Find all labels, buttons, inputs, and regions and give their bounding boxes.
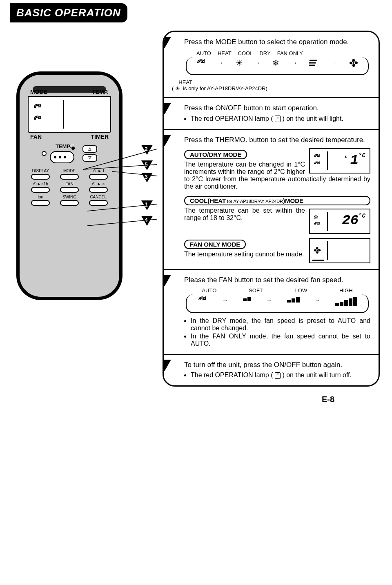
fan-only-lcd [309, 238, 370, 263]
fan-button-label: FAN [57, 182, 82, 186]
mode-label-auto: AUTO [196, 50, 211, 56]
mode-label-dry: DRY [259, 50, 270, 56]
mode-button-label: MODE [57, 169, 82, 173]
fan-icon [313, 246, 321, 256]
operation-lamp-icon: ≡ [275, 372, 281, 379]
callout-2: 2 [141, 145, 153, 155]
auto-icon [313, 221, 321, 230]
svg-point-6 [316, 249, 318, 251]
fan-label-auto: AUTO [202, 287, 216, 294]
auto-icon [33, 114, 42, 126]
lcd-label-mode: MODE [30, 89, 47, 95]
mode-button[interactable] [60, 174, 79, 180]
cancel-button-label: CANCEL [85, 195, 111, 199]
temp-up-button[interactable]: ▵ [82, 145, 97, 153]
step-4-bullet-2: In the FAN ONLY mode, the fan speed cann… [191, 333, 370, 347]
remote-lcd [28, 96, 111, 133]
step-2-bullet: The red OPERATION lamp ( ≡ ) on the unit… [191, 115, 370, 122]
transmit-led-icon [42, 151, 47, 156]
step-5: 5 To turn off the unit, press the ON/OFF… [164, 355, 379, 385]
cool-icon: ❄ [313, 214, 318, 221]
step-4-text: Please the FAN button to set the desired… [184, 276, 370, 284]
auto-dry-mode-tag: AUTO/DRY MODE [184, 150, 247, 159]
onoff-button[interactable] [50, 151, 74, 163]
lcd-label-timer: TIMER [91, 133, 109, 140]
page-title: BASIC OPERATION [16, 7, 121, 19]
page-header: BASIC OPERATION [10, 3, 127, 22]
fan-label-low: LOW [295, 287, 307, 294]
auto-dry-lcd: ▴ 1°C [309, 148, 370, 173]
step-2: 2 Press the ON/OFF button to start opera… [164, 98, 379, 129]
callout-5: 5 [141, 160, 153, 170]
onehour-button[interactable] [31, 187, 50, 193]
step-4-bullet-1: In the DRY mode, the fan speed is preset… [191, 317, 370, 332]
temp-label: TEMP. [56, 143, 74, 149]
auto-icon [313, 160, 321, 169]
step-1-text: Press the MODE button to select the oper… [184, 38, 370, 46]
step-5-text: To turn off the unit, press the ON/OFF b… [184, 360, 370, 369]
timer-off-button-label: ⏲ ► ○ [85, 182, 111, 186]
step-5-bullet: The red OPERATION lamp ( ≡ ) on the unit… [191, 371, 370, 379]
fan-label-soft: SOFT [249, 287, 263, 294]
callout-1: 1 [141, 200, 153, 210]
swing-button-label: SWING [57, 195, 82, 199]
fan-only-mode-tag: FAN ONLY MODE [184, 240, 246, 249]
display-button-label: DISPLAY [28, 169, 53, 173]
step-2-text: Press the ON/OFF button to start operati… [184, 104, 370, 112]
operation-lamp-icon: ≡ [275, 116, 281, 122]
svg-point-5 [353, 62, 354, 64]
step-3-text: Press the THERMO. button to set the desi… [184, 136, 370, 144]
thermometer-icon [72, 144, 74, 149]
cool-heat-mode-tag: COOL(HEAT for AY-AP18DR/AY-AP24DR)MODE [184, 196, 370, 205]
fan-button[interactable] [60, 187, 79, 193]
ion-button-label: ion [28, 195, 53, 199]
remote-button-grid: DISPLAY MODE ⏲ ► I ⏲►○1h FAN ⏲ ► ○ ion S… [28, 169, 111, 206]
onehour-button-label: ⏲►○1h [28, 182, 53, 186]
fan-cycle-diagram: → → → [186, 294, 369, 313]
up-arrow-icon: ▴ [345, 154, 347, 158]
remote-control-diagram: MODE TEMP. [16, 31, 135, 412]
cancel-button[interactable] [89, 200, 108, 206]
auto-icon [197, 294, 207, 305]
fan-icon [349, 57, 359, 68]
step-1: 1 Press the MODE button to select the op… [164, 32, 379, 98]
cool-icon: ❄ [272, 57, 279, 68]
step-3: 3 Press the THERMO. button to set the de… [164, 130, 379, 270]
swing-button[interactable] [60, 200, 79, 206]
mode-label-heat: HEAT [218, 50, 232, 56]
mode-cycle-diagram: → ☀ → ❄ → → [186, 57, 369, 75]
lcd-label-temp: TEMP. [92, 89, 109, 95]
lcd-label-fan: FAN [30, 133, 42, 140]
fan-low-icon [287, 294, 300, 303]
fan-label-high: HIGH [339, 287, 353, 294]
heat-icon: ☀ [236, 57, 243, 68]
dry-icon [309, 57, 319, 68]
callout-4: 4 [141, 216, 153, 226]
mode-label-fanonly: FAN ONLY [277, 50, 303, 56]
ion-button[interactable] [31, 200, 50, 206]
auto-icon [196, 57, 206, 68]
display-button[interactable] [31, 174, 50, 180]
fan-high-icon [335, 294, 357, 306]
callout-3: 3 [141, 173, 153, 182]
page-number: E-8 [322, 395, 380, 404]
callout-pointers: 2 5 3 1 4 [136, 31, 161, 412]
step-4: 4 Please the FAN button to set the desir… [164, 270, 379, 355]
fan-bar-icon [312, 260, 324, 261]
fan-soft-icon [243, 294, 251, 301]
steps-panel: 1 Press the MODE button to select the op… [163, 31, 380, 387]
timer-on-button-label: ⏲ ► I [85, 169, 111, 173]
cool-heat-lcd: ❄ 26°C [309, 209, 370, 234]
timer-on-button[interactable] [89, 174, 108, 180]
auto-icon [33, 102, 42, 114]
heat-note: HEAT ( ☀ is only for AY-AP18DR/AY-AP24DR… [172, 79, 370, 91]
timer-off-button[interactable] [89, 187, 108, 193]
mode-label-cool: COOL [238, 50, 253, 56]
temp-down-button[interactable]: ▿ [82, 154, 97, 162]
